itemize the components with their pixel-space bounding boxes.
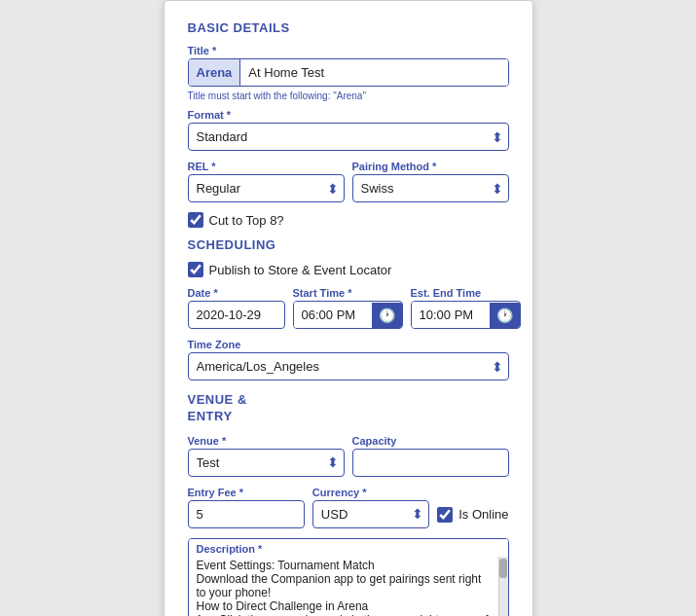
entry-fee-group: Entry Fee * bbox=[188, 487, 305, 528]
pairing-method-label: Pairing Method * bbox=[352, 161, 509, 172]
venue-entry-section: VENUE &ENTRY Venue * Test ⬍ Capacity bbox=[188, 392, 509, 616]
start-time-wrapper: 🕐 bbox=[293, 301, 403, 329]
start-time-clock-button[interactable]: 🕐 bbox=[372, 303, 402, 328]
timezone-select-wrapper: America/Los_Angeles America/New_York Eur… bbox=[188, 352, 509, 380]
format-label: Format * bbox=[188, 109, 509, 121]
timezone-group: Time Zone America/Los_Angeles America/Ne… bbox=[188, 339, 509, 380]
venue-group: Venue * Test ⬍ bbox=[188, 435, 345, 477]
date-label: Date * bbox=[188, 287, 285, 299]
format-row: Format * Standard Draft Sealed ⬍ bbox=[188, 109, 509, 151]
capacity-input[interactable] bbox=[352, 449, 509, 477]
datetime-row: Date * 2020-10-29 Start Time * 🕐 Est. En… bbox=[188, 287, 509, 329]
venue-select[interactable]: Test bbox=[188, 449, 345, 477]
capacity-group: Capacity bbox=[352, 435, 509, 477]
title-input-wrapper: Arena bbox=[188, 58, 509, 87]
is-online-label: Is Online bbox=[458, 507, 508, 522]
publish-checkbox[interactable] bbox=[188, 262, 203, 277]
venue-label: Venue * bbox=[188, 435, 345, 447]
is-online-group: Is Online bbox=[437, 507, 508, 528]
pairing-method-group: Pairing Method * Swiss Single Eliminatio… bbox=[352, 161, 509, 202]
publish-checkbox-row: Publish to Store & Event Locator bbox=[188, 262, 509, 277]
description-label: Description * bbox=[189, 539, 508, 557]
date-group: Date * 2020-10-29 bbox=[188, 287, 285, 329]
rel-select[interactable]: Regular Competitive Professional bbox=[188, 174, 345, 202]
pairing-method-select-wrapper: Swiss Single Elimination Double Eliminat… bbox=[352, 174, 509, 202]
rel-label: REL * bbox=[188, 161, 345, 172]
start-time-label: Start Time * bbox=[293, 287, 403, 299]
end-time-input[interactable] bbox=[412, 302, 490, 328]
scheduling-title: SCHEDULING bbox=[188, 237, 509, 252]
scheduling-section: SCHEDULING Publish to Store & Event Loca… bbox=[188, 237, 509, 380]
rel-select-wrapper: Regular Competitive Professional ⬍ bbox=[188, 174, 345, 202]
description-scroll-area: Event Settings: Tournament Match Downloa… bbox=[189, 557, 508, 616]
description-wrapper: Description * Event Settings: Tournament… bbox=[188, 538, 509, 616]
capacity-select-wrapper bbox=[352, 449, 509, 477]
title-field-group: Title * Arena bbox=[188, 45, 509, 89]
end-time-clock-button[interactable]: 🕐 bbox=[490, 303, 520, 328]
capacity-label: Capacity bbox=[352, 435, 509, 447]
publish-label: Publish to Store & Event Locator bbox=[209, 263, 392, 277]
timezone-label: Time Zone bbox=[188, 339, 509, 350]
title-hint: Title must start with the following: "Ar… bbox=[188, 91, 509, 101]
modal-container: BASIC DETAILS Title * Arena Title must s… bbox=[164, 0, 533, 616]
entry-fee-input[interactable] bbox=[188, 500, 305, 528]
cut-to-top8-checkbox[interactable] bbox=[188, 212, 203, 228]
venue-capacity-row: Venue * Test ⬍ Capacity bbox=[188, 435, 509, 477]
end-time-label: Est. End Time bbox=[411, 287, 521, 299]
end-time-group: Est. End Time 🕐 bbox=[411, 287, 521, 329]
venue-select-wrapper: Test ⬍ bbox=[188, 449, 345, 477]
entry-fee-label: Entry Fee * bbox=[188, 487, 305, 498]
title-label: Title * bbox=[188, 45, 509, 56]
scrollbar[interactable] bbox=[498, 557, 508, 616]
rel-group: REL * Regular Competitive Professional ⬍ bbox=[188, 161, 345, 202]
basic-details-title: BASIC DETAILS bbox=[188, 20, 509, 35]
currency-select[interactable]: USD EUR GBP bbox=[312, 500, 429, 528]
entry-currency-row: Entry Fee * Currency * USD EUR GBP ⬍ Is … bbox=[188, 487, 509, 528]
start-time-input[interactable] bbox=[294, 302, 372, 328]
cut-to-top8-label: Cut to Top 8? bbox=[209, 213, 284, 228]
start-time-group: Start Time * 🕐 bbox=[293, 287, 403, 329]
rel-pairing-row: REL * Regular Competitive Professional ⬍… bbox=[188, 161, 509, 202]
format-select-wrapper: Standard Draft Sealed ⬍ bbox=[188, 123, 509, 151]
currency-label: Currency * bbox=[312, 487, 429, 498]
title-prefix: Arena bbox=[189, 59, 241, 86]
is-online-checkbox[interactable] bbox=[437, 507, 453, 523]
end-time-wrapper: 🕐 bbox=[411, 301, 521, 329]
cut-to-top8-row: Cut to Top 8? bbox=[188, 212, 509, 228]
description-textarea[interactable]: Event Settings: Tournament Match Downloa… bbox=[189, 557, 498, 616]
format-group: Format * Standard Draft Sealed ⬍ bbox=[188, 109, 509, 151]
currency-group: Currency * USD EUR GBP ⬍ bbox=[312, 487, 429, 528]
scroll-thumb bbox=[499, 559, 507, 578]
pairing-method-select[interactable]: Swiss Single Elimination Double Eliminat… bbox=[352, 174, 509, 202]
date-input[interactable]: 2020-10-29 bbox=[188, 301, 285, 329]
timezone-select[interactable]: America/Los_Angeles America/New_York Eur… bbox=[188, 352, 509, 380]
venue-entry-title: VENUE &ENTRY bbox=[188, 392, 509, 425]
format-select[interactable]: Standard Draft Sealed bbox=[188, 123, 509, 151]
title-input[interactable] bbox=[240, 59, 507, 86]
currency-select-wrapper: USD EUR GBP ⬍ bbox=[312, 500, 429, 528]
